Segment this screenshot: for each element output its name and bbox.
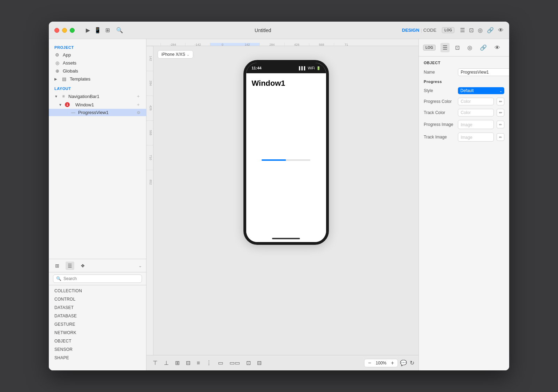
library-tab-components[interactable]: ❖ xyxy=(78,262,87,270)
progress-image-picker-btn[interactable]: ✏ xyxy=(497,121,504,128)
grid-icon[interactable]: ⊞ xyxy=(105,27,110,33)
target2-icon[interactable]: ◎ xyxy=(465,43,474,52)
eye-icon[interactable]: 👁 xyxy=(498,27,504,33)
canvas-body: 142 284 426 568 710 852 iPhone X/XS ⌄ xyxy=(146,46,418,355)
minimize-button[interactable] xyxy=(62,28,67,33)
track-color-input[interactable]: Color xyxy=(458,109,494,116)
play-icon[interactable]: ▶ xyxy=(86,27,90,33)
target-icon[interactable]: ◎ xyxy=(478,27,483,33)
device-selector[interactable]: iPhone X/XS ⌄ xyxy=(158,50,193,59)
templates-chevron: ▶ xyxy=(54,77,59,81)
tab-divider: | xyxy=(421,28,422,33)
design-tab[interactable]: DESIGN xyxy=(402,28,420,33)
close-button[interactable] xyxy=(54,28,59,33)
window-plus[interactable]: ＋ xyxy=(136,101,141,108)
titlebar-left-icons: ▶ 📱 ⊞ xyxy=(86,27,110,33)
right-toolbar-icons: LOG ☰ ⊡ ◎ 🔗 👁 xyxy=(442,27,504,33)
maximize-button[interactable] xyxy=(70,28,75,33)
layer-icon[interactable]: ⊟ xyxy=(255,358,264,368)
progressview-gear[interactable]: ⚙ xyxy=(137,110,141,115)
link2-icon[interactable]: 🔗 xyxy=(478,43,489,52)
window-title: Untitled xyxy=(124,28,402,33)
ruler-mark-left: 284 xyxy=(146,71,153,96)
layout-icon[interactable]: ⊡ xyxy=(244,358,253,368)
style-select[interactable]: Default xyxy=(458,87,504,94)
canvas-right-icons: 💬 ↻ xyxy=(400,360,414,366)
resize-icon[interactable]: ⊡ xyxy=(469,27,474,33)
tree-item-navigationbar[interactable]: ▼ ≡ NavigationBar1 ＋ xyxy=(49,92,146,100)
align-bottom-icon[interactable]: ⊥ xyxy=(162,358,171,368)
window-label: Window1 xyxy=(75,102,94,107)
category-control[interactable]: CONTROL xyxy=(49,295,146,303)
progress-bar-fill xyxy=(262,159,286,161)
track-image-picker-btn[interactable]: ✏ xyxy=(497,133,504,141)
ruler-mark: 142 xyxy=(235,43,259,46)
category-object[interactable]: OBJECT xyxy=(49,337,146,345)
progress-image-input[interactable]: Image xyxy=(458,120,494,129)
distribute-h-icon[interactable]: ≡ xyxy=(195,359,202,368)
tree-item-window[interactable]: ▼ 1 Window1 ＋ xyxy=(49,100,146,109)
device-double-icon[interactable]: ▭▭ xyxy=(227,358,242,368)
code-tab[interactable]: CODE xyxy=(423,28,437,33)
ruler-mark-left: 710 xyxy=(146,145,153,170)
library-tab-list[interactable]: ☰ xyxy=(66,262,74,270)
category-dataset[interactable]: DATASET xyxy=(49,303,146,312)
sidebar-item-globals[interactable]: ⊕ Globals xyxy=(49,67,146,75)
main-area: PROJECT ⚙ App ◎ Assets ⊕ Globals ▶ ▤ Tem… xyxy=(49,39,509,370)
chat-icon[interactable]: 💬 xyxy=(400,360,407,366)
distribute-v-icon[interactable]: ⋮ xyxy=(204,358,214,368)
category-network[interactable]: NETWORK xyxy=(49,329,146,337)
assets-icon: ◎ xyxy=(54,60,60,66)
name-input[interactable] xyxy=(458,68,509,76)
eye2-icon[interactable]: 👁 xyxy=(492,43,502,52)
nav-plus[interactable]: ＋ xyxy=(136,93,141,99)
tree-item-progressview[interactable]: — ProgressView1 ⚙ xyxy=(49,109,146,116)
ruler-mark: -284 xyxy=(160,43,185,46)
right-panel: LOG ☰ ⊡ ◎ 🔗 👁 OBJECT Name 207 Progress xyxy=(418,39,509,370)
category-shape[interactable]: SHAPE xyxy=(49,354,146,362)
iphone-status-icons: ▌▌▌ WiFi 🔋 xyxy=(299,66,320,70)
list-icon[interactable]: ☰ xyxy=(460,27,465,33)
device-single-icon[interactable]: ▭ xyxy=(216,358,225,368)
rotate-icon[interactable]: ↻ xyxy=(410,360,414,366)
sidebar-item-templates[interactable]: ▶ ▤ Templates xyxy=(49,75,146,83)
sidebar-item-app[interactable]: ⚙ App xyxy=(49,51,146,59)
log-btn[interactable]: LOG xyxy=(423,45,436,51)
progress-color-picker-btn[interactable]: ✏ xyxy=(497,98,504,105)
search-icon[interactable]: 🔍 xyxy=(115,26,124,35)
track-color-picker-btn[interactable]: ✏ xyxy=(497,109,504,116)
zoom-plus-button[interactable]: + xyxy=(390,360,395,366)
left-sidebar: PROJECT ⚙ App ◎ Assets ⊕ Globals ▶ ▤ Tem… xyxy=(49,39,146,370)
sidebar-item-assets[interactable]: ◎ Assets xyxy=(49,59,146,67)
inspector-icon[interactable]: ⊡ xyxy=(453,43,462,52)
category-database[interactable]: DATABASE xyxy=(49,312,146,320)
device-chevron: ⌄ xyxy=(187,53,189,56)
progress-color-placeholder: Color xyxy=(461,99,471,104)
category-sensor[interactable]: SENSOR xyxy=(49,345,146,354)
window-badge: 1 xyxy=(65,102,70,107)
object-section-title: OBJECT xyxy=(424,61,504,65)
track-image-label: Track Image xyxy=(424,135,455,140)
link-icon[interactable]: 🔗 xyxy=(487,27,494,33)
style-row: Style Default ⌄ xyxy=(424,87,504,94)
align-top-icon[interactable]: ⊤ xyxy=(151,358,160,368)
library-tab-grid[interactable]: ⊞ xyxy=(53,262,61,270)
ruler-mark-left: 426 xyxy=(146,96,153,120)
library-chevron[interactable]: ⌄ xyxy=(138,263,142,268)
canvas-viewport: iPhone X/XS ⌄ 11:44 ▌▌▌ WiFi 🔋 xyxy=(153,46,418,355)
track-image-input[interactable]: Image xyxy=(458,133,494,142)
align-center-v-icon[interactable]: ⊟ xyxy=(184,358,193,368)
device-icon[interactable]: 📱 xyxy=(94,27,101,33)
assets-label: Assets xyxy=(63,60,141,66)
search-input[interactable] xyxy=(63,276,139,281)
category-gesture[interactable]: GESTURE xyxy=(49,320,146,329)
ruler-mark: 426 xyxy=(284,43,309,46)
iphone-content: Window1 xyxy=(246,73,326,235)
style-label: Style xyxy=(424,88,455,93)
progress-color-input[interactable]: Color xyxy=(458,98,494,105)
list-view-icon[interactable]: ☰ xyxy=(440,43,450,52)
align-center-h-icon[interactable]: ⊞ xyxy=(173,358,182,368)
log-button[interactable]: LOG xyxy=(442,27,454,33)
zoom-minus-button[interactable]: − xyxy=(367,360,372,366)
category-collection[interactable]: COLLECTION xyxy=(49,287,146,295)
